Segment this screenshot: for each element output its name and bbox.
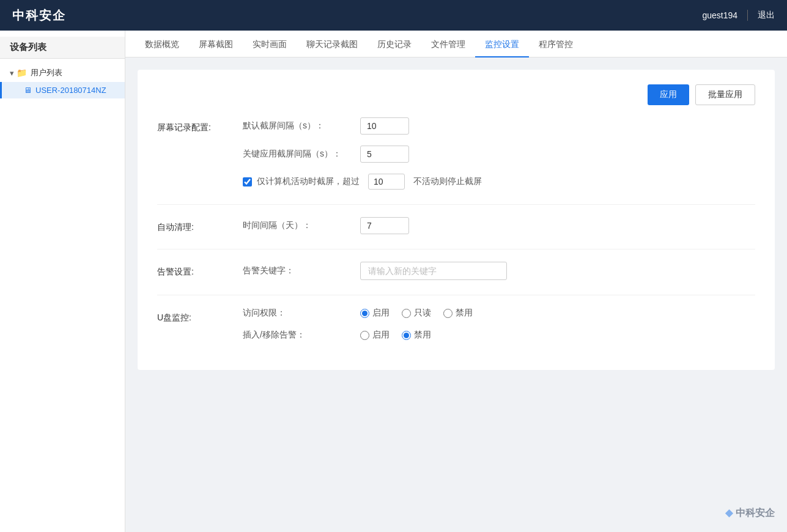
folder-arrow-icon: ▾ [10, 68, 14, 78]
auto-clean-label-col: 自动清理: [157, 217, 243, 233]
insert-remove-enable-label: 启用 [372, 330, 390, 341]
tab-bar: 数据概览 屏幕截图 实时画面 聊天记录截图 历史记录 文件管理 监控设置 程序管… [125, 31, 787, 57]
auto-clean-interval-input[interactable] [360, 217, 409, 234]
batch-apply-button[interactable]: 批量应用 [695, 84, 755, 105]
alarm-settings-content: 告警关键字： [243, 262, 755, 280]
tab-data-overview[interactable]: 数据概览 [135, 31, 189, 57]
header: 中科安企 guest194 退出 [0, 0, 787, 31]
auto-clean-section: 自动清理: 时间间隔（天）： [157, 217, 755, 234]
tab-file-management[interactable]: 文件管理 [421, 31, 475, 57]
header-right: guest194 退出 [702, 10, 775, 21]
insert-remove-enable-radio[interactable] [360, 331, 369, 340]
tree-folder-user-list[interactable]: ▾ 📁 用户列表 [0, 64, 125, 82]
content-area: 应用 批量应用 屏幕记录配置: 默认截屏间隔（s）： [125, 57, 787, 532]
sidebar-title: 设备列表 [0, 37, 125, 59]
key-app-interval-input[interactable] [360, 146, 409, 163]
footer-logo-text: 中科安企 [736, 508, 775, 518]
footer-logo: ◆ 中科安企 [725, 506, 775, 520]
access-disable-label: 禁用 [456, 308, 473, 319]
only-active-threshold-input[interactable] [368, 174, 405, 190]
access-enable-radio[interactable] [360, 309, 369, 318]
folder-icon: 📁 [17, 68, 27, 78]
auto-clean-content: 时间间隔（天）： [243, 217, 755, 234]
access-readonly-radio[interactable] [402, 309, 411, 318]
access-permission-radio-group: 启用 只读 禁用 [360, 308, 473, 319]
section-divider-2 [157, 249, 755, 249]
udisk-monitor-label: U盘监控: [157, 312, 191, 322]
insert-remove-disable-radio[interactable] [402, 331, 411, 340]
settings-card: 应用 批量应用 屏幕记录配置: 默认截屏间隔（s）： [138, 70, 775, 370]
tree-device-item[interactable]: 🖥 USER-20180714NZ [0, 82, 125, 98]
device-icon: 🖥 [24, 86, 32, 95]
section-divider-1 [157, 204, 755, 205]
insert-remove-disable-option[interactable]: 禁用 [402, 330, 431, 341]
header-divider [747, 10, 748, 21]
logo: 中科安企 [12, 7, 66, 24]
key-app-interval-label: 关键应用截屏间隔（s）： [243, 149, 353, 160]
auto-clean-interval-row: 时间间隔（天）： [243, 217, 755, 234]
udisk-monitor-content: 访问权限： 启用 只读 [243, 308, 755, 341]
access-enable-label: 启用 [372, 308, 390, 319]
folder-label: 用户列表 [31, 67, 62, 78]
insert-remove-alarm-label: 插入/移除告警： [243, 330, 353, 341]
default-interval-label: 默认截屏间隔（s）： [243, 120, 353, 131]
screen-recording-content: 默认截屏间隔（s）： 关键应用截屏间隔（s）： 仅计算机活动时截屏，超过 [243, 117, 755, 190]
only-active-checkbox[interactable] [243, 177, 252, 187]
insert-remove-radio-group: 启用 禁用 [360, 330, 431, 341]
screen-recording-label-col: 屏幕记录配置: [157, 117, 243, 133]
main-content: 数据概览 屏幕截图 实时画面 聊天记录截图 历史记录 文件管理 监控设置 程序管… [125, 31, 787, 532]
sidebar: 设备列表 ▾ 📁 用户列表 🖥 USER-20180714NZ [0, 31, 125, 532]
screen-recording-label: 屏幕记录配置: [157, 122, 211, 132]
access-enable-option[interactable]: 启用 [360, 308, 390, 319]
udisk-monitor-label-col: U盘监控: [157, 308, 243, 323]
tab-realtime-screen[interactable]: 实时画面 [243, 31, 297, 57]
insert-remove-enable-option[interactable]: 启用 [360, 330, 390, 341]
access-permission-row: 访问权限： 启用 只读 [243, 308, 755, 319]
tab-monitor-settings[interactable]: 监控设置 [475, 31, 529, 57]
alarm-settings-label: 告警设置: [157, 267, 194, 276]
device-label: USER-20180714NZ [35, 86, 106, 95]
apply-button[interactable]: 应用 [648, 84, 689, 105]
auto-clean-interval-label: 时间间隔（天）： [243, 220, 353, 231]
only-active-row: 仅计算机活动时截屏，超过 不活动则停止截屏 [243, 174, 755, 190]
auto-clean-label: 自动清理: [157, 222, 194, 232]
sidebar-tree: ▾ 📁 用户列表 🖥 USER-20180714NZ [0, 59, 125, 103]
section-divider-3 [157, 295, 755, 295]
access-readonly-label: 只读 [414, 308, 431, 319]
udisk-monitor-section: U盘监控: 访问权限： 启用 [157, 308, 755, 341]
logout-button[interactable]: 退出 [758, 10, 775, 21]
default-interval-row: 默认截屏间隔（s）： [243, 117, 755, 135]
alarm-keyword-input[interactable] [360, 262, 507, 280]
access-disable-radio[interactable] [443, 309, 453, 318]
key-app-interval-row: 关键应用截屏间隔（s）： [243, 146, 755, 163]
alarm-settings-section: 告警设置: 告警关键字： [157, 262, 755, 280]
alarm-keyword-label: 告警关键字： [243, 265, 353, 276]
alarm-keyword-row: 告警关键字： [243, 262, 755, 280]
alarm-settings-label-col: 告警设置: [157, 262, 243, 278]
tab-chat-capture[interactable]: 聊天记录截图 [297, 31, 368, 57]
action-buttons: 应用 批量应用 [157, 84, 755, 105]
main-layout: 设备列表 ▾ 📁 用户列表 🖥 USER-20180714NZ 数据概览 屏幕截… [0, 31, 787, 532]
tab-screen-capture[interactable]: 屏幕截图 [189, 31, 243, 57]
insert-remove-disable-label: 禁用 [414, 330, 431, 341]
insert-remove-alarm-row: 插入/移除告警： 启用 禁用 [243, 330, 755, 341]
screen-recording-section: 屏幕记录配置: 默认截屏间隔（s）： 关键应用截屏间隔（s）： [157, 117, 755, 190]
only-active-label[interactable]: 仅计算机活动时截屏，超过 [257, 176, 360, 187]
only-active-suffix: 不活动则停止截屏 [413, 176, 482, 187]
tab-program-control[interactable]: 程序管控 [529, 31, 583, 57]
username: guest194 [702, 10, 737, 20]
access-permission-label: 访问权限： [243, 308, 353, 319]
tab-history[interactable]: 历史记录 [368, 31, 421, 57]
default-interval-input[interactable] [360, 117, 409, 135]
access-disable-option[interactable]: 禁用 [443, 308, 473, 319]
access-readonly-option[interactable]: 只读 [402, 308, 431, 319]
